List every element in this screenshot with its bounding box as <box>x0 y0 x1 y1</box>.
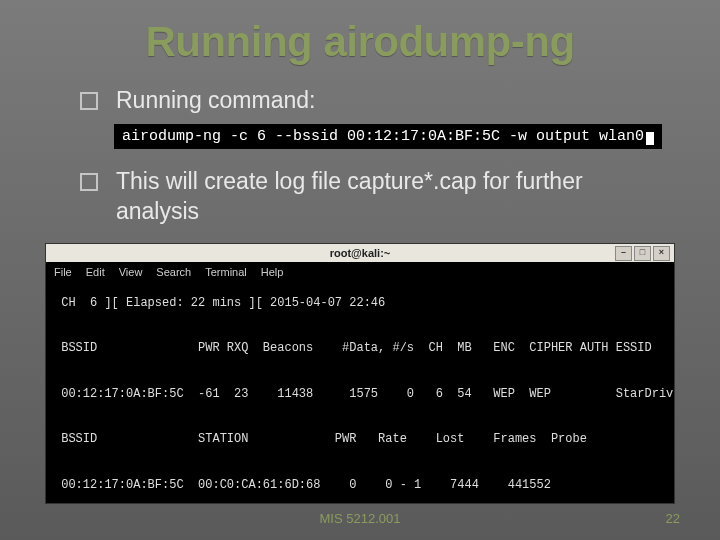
footer-page: 22 <box>666 511 680 526</box>
menu-edit[interactable]: Edit <box>86 266 105 278</box>
bullet-text: This will create log file capture*.cap f… <box>116 167 670 227</box>
terminal-window: root@kali:~ – □ × File Edit View Search … <box>45 243 675 504</box>
terminal-menu: File Edit View Search Terminal Help <box>46 262 674 282</box>
menu-view[interactable]: View <box>119 266 143 278</box>
slide-title: Running airodump-ng <box>0 0 720 66</box>
command-text: airodump-ng -c 6 --bssid 00:12:17:0A:BF:… <box>122 128 644 145</box>
bullet-item-2: This will create log file capture*.cap f… <box>80 167 670 227</box>
window-controls: – □ × <box>615 246 670 261</box>
bullet-box-icon <box>80 173 98 191</box>
menu-search[interactable]: Search <box>156 266 191 278</box>
terminal-body: CH 6 ][ Elapsed: 22 mins ][ 2015-04-07 2… <box>46 282 674 503</box>
menu-terminal[interactable]: Terminal <box>205 266 247 278</box>
minimize-button[interactable]: – <box>615 246 632 261</box>
footer-course: MIS 5212.001 <box>320 511 401 526</box>
command-strip: airodump-ng -c 6 --bssid 00:12:17:0A:BF:… <box>114 124 662 149</box>
close-button[interactable]: × <box>653 246 670 261</box>
menu-help[interactable]: Help <box>261 266 284 278</box>
terminal-title-text: root@kali:~ <box>330 247 391 259</box>
content-area: Running command: airodump-ng -c 6 --bssi… <box>0 66 720 227</box>
bullet-text: Running command: <box>116 86 315 116</box>
cursor-icon <box>646 132 654 145</box>
maximize-button[interactable]: □ <box>634 246 651 261</box>
terminal-titlebar: root@kali:~ – □ × <box>46 244 674 262</box>
footer: MIS 5212.001 22 <box>0 511 720 526</box>
bullet-box-icon <box>80 92 98 110</box>
menu-file[interactable]: File <box>54 266 72 278</box>
bullet-item-1: Running command: <box>80 86 670 116</box>
